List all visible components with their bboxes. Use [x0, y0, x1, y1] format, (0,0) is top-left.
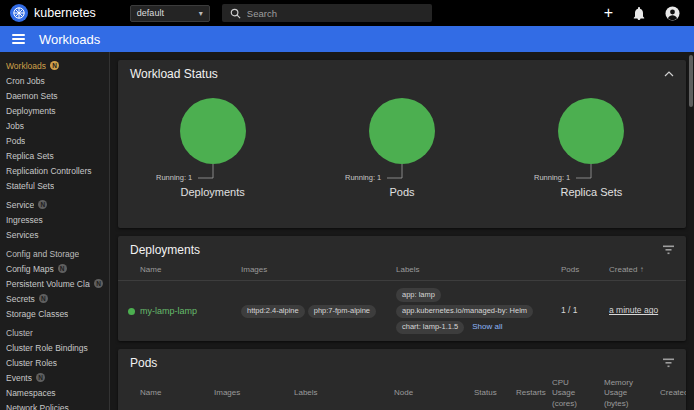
deployment-name-link[interactable]: my-lamp-lamp	[140, 305, 197, 317]
sidebar-item-label: Ingresses	[6, 215, 43, 225]
sidebar-item-deployments[interactable]: Deployments	[0, 103, 109, 118]
sidebar-item-label: Stateful Sets	[6, 181, 54, 191]
label-line: chart: lamp-1.1.5Show all	[396, 320, 545, 335]
search-box[interactable]	[222, 4, 432, 22]
column-header-pods[interactable]: Pods	[553, 260, 601, 281]
label-chip: app: lamp	[396, 288, 441, 301]
column-header-labels[interactable]: Labels	[388, 260, 553, 281]
workload-status-card: Workload Status Running: 1DeploymentsRun…	[118, 60, 686, 228]
page-title: Workloads	[39, 32, 100, 47]
show-all-link[interactable]: Show all	[472, 322, 502, 331]
kubernetes-wheel-icon	[10, 4, 28, 22]
column-header-name[interactable]: Name	[118, 260, 233, 281]
sidebar-item-cluster-role-bindings[interactable]: Cluster Role Bindings	[0, 340, 109, 355]
sidebar-item-label: Service	[6, 200, 34, 210]
notifications-icon[interactable]	[633, 7, 645, 20]
workload-chart-replica-sets: Running: 1Replica Sets	[497, 86, 686, 198]
sidebar-item-storage-classes[interactable]: Storage Classes	[0, 306, 109, 321]
main-layout: WorkloadsNCron JobsDaemon SetsDeployment…	[0, 52, 694, 410]
label-line: app: lamp	[396, 287, 545, 302]
label-line: app.kubernetes.io/managed-by: Helm	[396, 304, 545, 319]
search-input[interactable]	[247, 8, 424, 19]
namespace-selector[interactable]: default ▾	[130, 5, 210, 22]
column-header-images[interactable]: Images	[206, 373, 286, 410]
column-header-status[interactable]: Status	[466, 373, 508, 410]
sidebar-item-service[interactable]: ServiceN	[0, 197, 109, 212]
sidebar-item-replication-controllers[interactable]: Replication Controllers	[0, 163, 109, 178]
sidebar-item-label: Cron Jobs	[6, 76, 45, 86]
column-header-created[interactable]: Created ↑	[652, 373, 686, 410]
sidebar-item-label: Daemon Sets	[6, 91, 58, 101]
filter-button[interactable]	[663, 358, 674, 368]
chart-title: Pods	[389, 186, 414, 198]
pods-title: Pods	[130, 356, 157, 370]
page-header-bar: Workloads	[0, 26, 694, 52]
column-header-cpu-usage-cores[interactable]: CPU Usage (cores)	[544, 373, 596, 410]
kubernetes-logo[interactable]: kubernetes	[10, 4, 96, 22]
menu-icon[interactable]	[12, 34, 25, 44]
sidebar-item-label: Pods	[6, 136, 25, 146]
column-header-restarts[interactable]: Restarts	[508, 373, 544, 410]
created-cell: a minute ago	[601, 281, 686, 341]
column-header-images[interactable]: Images	[233, 260, 388, 281]
table-header-row: NameImagesLabelsNodeStatusRestartsCPU Us…	[118, 373, 686, 410]
chart-legend: Running: 1	[345, 173, 381, 182]
sidebar-item-events[interactable]: EventsN	[0, 370, 109, 385]
namespaced-badge: N	[58, 264, 67, 273]
sidebar-item-pods[interactable]: Pods	[0, 133, 109, 148]
sidebar-item-label: Events	[6, 373, 32, 383]
table-head: NameImagesLabelsNodeStatusRestartsCPU Us…	[118, 373, 686, 410]
name-cell: my-lamp-lamp	[118, 281, 233, 341]
sidebar-item-workloads[interactable]: WorkloadsN	[0, 58, 109, 73]
sidebar-item-network-policies[interactable]: Network Policies	[0, 400, 109, 410]
sidebar-item-cluster-roles[interactable]: Cluster Roles	[0, 355, 109, 370]
chevron-up-icon	[664, 71, 674, 77]
topbar-actions: +	[604, 6, 684, 21]
column-header-created[interactable]: Created ↑	[601, 260, 686, 281]
sidebar-item-ingresses[interactable]: Ingresses	[0, 212, 109, 227]
create-resource-icon[interactable]: +	[604, 6, 613, 20]
pods-header: Pods	[118, 349, 686, 373]
image-chip: php:7-fpm-alpine	[308, 305, 376, 318]
sidebar-item-services[interactable]: Services	[0, 227, 109, 242]
images-cell: httpd:2.4-alpinephp:7-fpm-alpine	[233, 281, 388, 341]
column-header-name[interactable]: Name	[118, 373, 206, 410]
sidebar-item-label: Network Policies	[6, 403, 69, 410]
sidebar-item-label: Persistent Volume Claims	[6, 279, 90, 289]
sidebar-item-stateful-sets[interactable]: Stateful Sets	[0, 178, 109, 193]
namespace-value: default	[137, 8, 164, 18]
sidebar-item-label: Secrets	[6, 294, 35, 304]
namespaced-badge: N	[94, 279, 103, 288]
namespaced-badge: N	[36, 373, 45, 382]
column-header-labels[interactable]: Labels	[286, 373, 386, 410]
sidebar-item-cron-jobs[interactable]: Cron Jobs	[0, 73, 109, 88]
collapse-section-button[interactable]	[664, 71, 674, 77]
sidebar-item-label: Config Maps	[6, 264, 54, 274]
sidebar-item-persistent-volume-claims[interactable]: Persistent Volume ClaimsN	[0, 276, 109, 291]
workload-status-title: Workload Status	[130, 67, 218, 81]
status-running-icon	[128, 308, 135, 315]
sidebar-item-label: Cluster Roles	[6, 358, 57, 368]
pie-chart: Running: 1	[502, 86, 680, 186]
sidebar-item-replica-sets[interactable]: Replica Sets	[0, 148, 109, 163]
user-avatar-icon	[665, 6, 680, 21]
deployments-card: Deployments NameImagesLabelsPodsCreated …	[118, 236, 686, 341]
filter-button[interactable]	[663, 245, 674, 255]
bell-icon	[633, 7, 645, 20]
deployment-row: my-lamp-lamphttpd:2.4-alpinephp:7-fpm-al…	[118, 281, 686, 341]
sidebar-item-label: Cluster	[6, 328, 33, 338]
sidebar-item-config-maps[interactable]: Config MapsN	[0, 261, 109, 276]
sidebar-item-namespaces[interactable]: Namespaces	[0, 385, 109, 400]
sidebar-item-daemon-sets[interactable]: Daemon Sets	[0, 88, 109, 103]
sidebar-item-secrets[interactable]: SecretsN	[0, 291, 109, 306]
sidebar-item-jobs[interactable]: Jobs	[0, 118, 109, 133]
sidebar: WorkloadsNCron JobsDaemon SetsDeployment…	[0, 52, 110, 410]
column-header-memory-usage-bytes[interactable]: Memory Usage (bytes)	[596, 373, 652, 410]
account-icon[interactable]	[665, 6, 680, 21]
deployments-header: Deployments	[118, 236, 686, 260]
pie-chart: Running: 1	[313, 86, 491, 186]
column-header-node[interactable]: Node	[386, 373, 466, 410]
scrollbar-thumb[interactable]	[689, 55, 693, 107]
chart-title: Deployments	[181, 186, 245, 198]
sidebar-item-label: Jobs	[6, 121, 24, 131]
